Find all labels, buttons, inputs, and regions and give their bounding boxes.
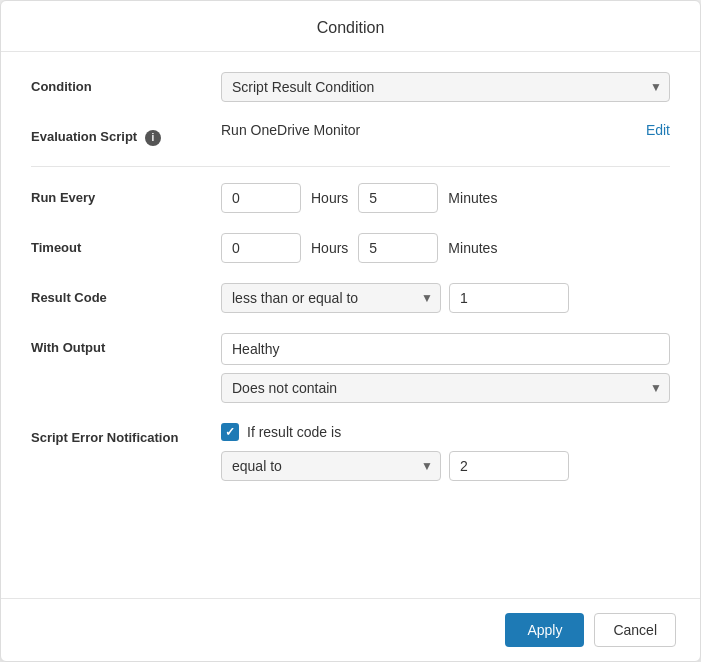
run-every-row: Run Every Hours Minutes [31,183,670,213]
with-output-control: Does not contain Contains Equals Does no… [221,333,670,403]
dialog-title: Condition [317,19,385,36]
script-error-label: Script Error Notification [31,423,221,445]
run-every-hours-input[interactable] [221,183,301,213]
result-code-inline: less than or equal to equal to greater t… [221,283,670,313]
checkmark-icon: ✓ [225,425,235,439]
dialog-header: Condition [1,1,700,52]
edit-link[interactable]: Edit [646,122,670,138]
error-condition-select[interactable]: equal to not equal to less than greater … [221,451,441,481]
condition-control: Script Result Condition CPU Condition Me… [221,72,670,102]
info-icon[interactable]: i [145,130,161,146]
dialog-body: Condition Script Result Condition CPU Co… [1,52,700,598]
cancel-button[interactable]: Cancel [594,613,676,647]
separator [31,166,670,167]
minutes-label: Minutes [448,190,497,206]
error-condition-inline: equal to not equal to less than greater … [221,451,670,481]
dialog-footer: Apply Cancel [1,598,700,661]
result-code-row: Result Code less than or equal to equal … [31,283,670,313]
error-condition-select-wrapper: equal to not equal to less than greater … [221,451,441,481]
timeout-label: Timeout [31,233,221,255]
condition-label: Condition [31,72,221,94]
hours-label: Hours [311,190,348,206]
error-notification-checkbox[interactable]: ✓ [221,423,239,441]
result-code-label: Result Code [31,283,221,305]
timeout-hours-label: Hours [311,240,348,256]
output-condition-select-wrapper: Does not contain Contains Equals Does no… [221,373,670,403]
timeout-minutes-label: Minutes [448,240,497,256]
timeout-minutes-input[interactable] [358,233,438,263]
timeout-hours-input[interactable] [221,233,301,263]
evaluation-script-label: Evaluation Script i [31,122,221,146]
with-output-input[interactable] [221,333,670,365]
condition-select[interactable]: Script Result Condition CPU Condition Me… [221,72,670,102]
timeout-row: Timeout Hours Minutes [31,233,670,263]
error-code-value-input[interactable] [449,451,569,481]
evaluation-script-value: Run OneDrive Monitor [221,122,360,138]
run-every-inline: Hours Minutes [221,183,670,213]
run-every-control: Hours Minutes [221,183,670,213]
result-code-select[interactable]: less than or equal to equal to greater t… [221,283,441,313]
with-output-label: With Output [31,333,221,355]
apply-button[interactable]: Apply [505,613,584,647]
timeout-inline: Hours Minutes [221,233,670,263]
script-error-control: ✓ If result code is equal to not equal t… [221,423,670,481]
condition-row: Condition Script Result Condition CPU Co… [31,72,670,102]
timeout-control: Hours Minutes [221,233,670,263]
script-error-row: Script Error Notification ✓ If result co… [31,423,670,481]
run-every-label: Run Every [31,183,221,205]
evaluation-row: Run OneDrive Monitor Edit [221,122,670,138]
if-result-code-label: If result code is [247,424,341,440]
evaluation-script-control: Run OneDrive Monitor Edit [221,122,670,138]
with-output-row: With Output Does not contain Contains Eq… [31,333,670,403]
checkbox-row: ✓ If result code is [221,423,670,441]
run-every-minutes-input[interactable] [358,183,438,213]
condition-dialog: Condition Condition Script Result Condit… [0,0,701,662]
condition-select-wrapper: Script Result Condition CPU Condition Me… [221,72,670,102]
result-code-select-wrapper: less than or equal to equal to greater t… [221,283,441,313]
evaluation-script-row: Evaluation Script i Run OneDrive Monitor… [31,122,670,146]
result-code-control: less than or equal to equal to greater t… [221,283,670,313]
result-code-value-input[interactable] [449,283,569,313]
output-condition-select[interactable]: Does not contain Contains Equals Does no… [221,373,670,403]
